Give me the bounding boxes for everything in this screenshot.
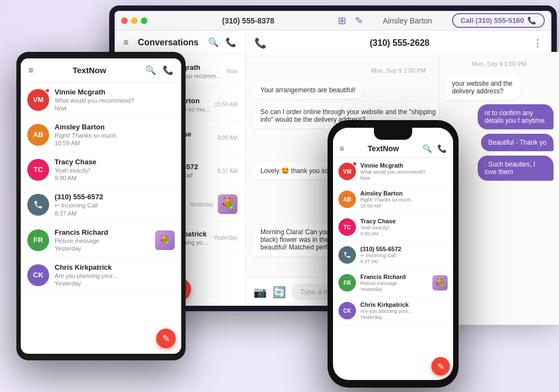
- conversation-info: Vinnie Mcgrath What would you recommend?…: [55, 88, 175, 111]
- conversation-info: (310) 555-6572 ↩ Incoming Call 8:37 AM: [55, 193, 175, 217]
- conversation-info: Francis Richard Picture message Yesterda…: [55, 228, 151, 252]
- list-item[interactable]: (310) 555-6572 ↩ Incoming Call 8:37 AM: [21, 187, 181, 223]
- list-item[interactable]: TC Tracy Chase Yeah exactly! 9:00 AM: [333, 213, 453, 241]
- avatar: [338, 246, 356, 264]
- message-time: 9:00 AM: [217, 135, 237, 141]
- phone-device: ≡ TextNow 🔍 📞 VM Vinnie Mcgrath What wou…: [328, 120, 459, 388]
- message-time-inline: Yesterday: [55, 245, 151, 252]
- contact-name: Chris Kirkpatrick: [55, 263, 175, 271]
- laptop-sidebar-header: ≡ Conversations 🔍 📞: [115, 31, 245, 55]
- flower-emoji: 💐: [221, 197, 235, 211]
- contact-name: Ainsley Barton: [360, 190, 448, 197]
- picture-thumbnail: 💐: [155, 230, 175, 250]
- minimize-traffic-light[interactable]: [131, 17, 138, 24]
- message-time: Now: [360, 175, 448, 181]
- conversation-info: Ainsley Barton Right! Thanks so much. 10…: [360, 190, 448, 209]
- message-preview: Picture message: [55, 237, 151, 244]
- hamburger-icon[interactable]: ≡: [123, 38, 128, 47]
- maximize-traffic-light[interactable]: [141, 17, 147, 24]
- avatar: AB: [338, 191, 356, 208]
- message-preview: ↩ Incoming Call: [360, 253, 448, 258]
- message-time: 8:37 AM: [217, 168, 237, 174]
- message-preview: Right! Thanks so much.: [360, 197, 448, 203]
- conversations-title: Conversations: [128, 38, 208, 47]
- message-time: 10:59 AM: [360, 203, 448, 209]
- flower-emoji: 💐: [159, 235, 170, 245]
- compose-icon[interactable]: ✎: [355, 15, 363, 27]
- phone-grid-icon[interactable]: ⊞: [338, 15, 346, 27]
- conversation-info: Francis Richard Picture message Yesterda…: [360, 274, 429, 292]
- contact-name: Francis Richard: [55, 228, 151, 236]
- tablet-conversation-list: VM Vinnie Mcgrath What would you recomme…: [21, 82, 181, 354]
- more-options-icon[interactable]: ⋮: [533, 37, 543, 49]
- picture-thumbnail: 💐: [432, 275, 448, 290]
- conversation-info: Chris Kirkpatrick Are you planning your.…: [55, 263, 175, 287]
- message-time: Yesterday: [189, 201, 213, 207]
- list-item[interactable]: VM Vinnie Mcgrath What would you recomme…: [333, 158, 453, 186]
- avatar: AB: [27, 124, 49, 146]
- laptop-phone-number: (310) 555-8378: [158, 16, 338, 25]
- message-time: 10:59 AM: [215, 102, 237, 108]
- received-message: your website and the delivery address?: [445, 75, 521, 100]
- chat-phone-number: (310) 555-2628: [266, 38, 533, 48]
- message-date-divider: Mon, Sep 9 1:00 PM: [445, 61, 554, 67]
- list-item[interactable]: FR Francis Richard Picture message Yeste…: [333, 269, 453, 297]
- avatar: [27, 194, 49, 216]
- phone-app-title: TextNow: [344, 144, 423, 153]
- gif-icon[interactable]: 🔄: [272, 286, 286, 299]
- new-call-icon[interactable]: 📞: [225, 37, 236, 47]
- conversation-info: (310) 555-6572 ↩ Incoming Call 8:37 AM: [360, 246, 448, 264]
- phone-fab-button[interactable]: ✎: [431, 357, 450, 376]
- message-time-inline: Yesterday: [55, 280, 175, 287]
- list-item[interactable]: FR Francis Richard Picture message Yeste…: [21, 223, 181, 258]
- list-item[interactable]: (310) 555-6572 ↩ Incoming Call 8:37 AM: [333, 241, 453, 269]
- tablet-app-title: TextNow: [33, 66, 145, 75]
- laptop-call-button[interactable]: Call (310) 555-5160 📞: [452, 13, 545, 28]
- message-preview: What would you recommend?: [55, 97, 175, 104]
- contact-name: Ainsley Barton: [55, 123, 175, 131]
- phone-call-icon[interactable]: 📞: [437, 144, 447, 153]
- call-icon[interactable]: 📞: [254, 37, 266, 49]
- avatar: FR: [338, 274, 356, 292]
- contact-name: Tracy Chase: [55, 158, 175, 166]
- list-item[interactable]: TC Tracy Chase Yeah exactly! 9:00 AM: [21, 152, 181, 187]
- message-preview: Are you planning your...: [360, 308, 448, 314]
- message-preview: Yeah exactly!: [360, 225, 448, 230]
- laptop-contact: Ainsley Barton: [383, 16, 432, 25]
- list-item[interactable]: VM Vinnie Mcgrath What would you recomme…: [21, 82, 181, 117]
- list-item[interactable]: AB Ainsley Barton Right! Thanks so much.…: [333, 186, 453, 213]
- list-item[interactable]: AB Ainsley Barton Right! Thanks so much.…: [21, 117, 181, 152]
- avatar: VM: [27, 89, 49, 111]
- received-message: Your arrangements are beautiful!: [253, 81, 362, 99]
- tablet-header-icons: 🔍 📞: [145, 65, 174, 75]
- list-item[interactable]: CK Chris Kirkpatrick Are you planning yo…: [333, 297, 453, 325]
- message-time: 8:37 AM: [360, 259, 448, 264]
- list-item[interactable]: CK Chris Kirkpatrick Are you planning yo…: [21, 258, 181, 293]
- search-icon[interactable]: 🔍: [208, 37, 219, 47]
- avatar: CK: [338, 302, 356, 319]
- conversation-info: Tracy Chase Yeah exactly! 9:00 AM: [55, 158, 175, 181]
- laptop-header-icons: ⊞ ✎ Ainsley Barton Call (310) 555-5160 📞: [338, 13, 545, 28]
- close-traffic-light[interactable]: [121, 17, 128, 24]
- tablet-call-icon[interactable]: 📞: [163, 65, 174, 75]
- picture-thumbnail: 💐: [218, 194, 237, 214]
- message-time-inline: Now: [55, 105, 175, 111]
- phone-hamburger-icon[interactable]: ≡: [340, 144, 344, 153]
- message-time: Now: [227, 68, 237, 74]
- tablet-search-icon[interactable]: 🔍: [145, 65, 156, 75]
- tablet-hamburger-icon[interactable]: ≡: [28, 66, 33, 75]
- avatar: TC: [27, 159, 49, 181]
- contact-name: Francis Richard: [360, 274, 429, 280]
- message-time: Yesterday: [360, 287, 429, 292]
- message-time-inline: 10:59 AM: [55, 140, 175, 146]
- message-preview: What would you recommend?: [360, 169, 448, 175]
- contact-name: Chris Kirkpatrick: [360, 301, 448, 308]
- call-btn-label: Call (310) 555-5160: [461, 16, 524, 25]
- tablet-screen: ≡ TextNow 🔍 📞 VM Vinnie Mcgrath What wou…: [21, 58, 181, 354]
- contact-name: Tracy Chase: [360, 218, 448, 224]
- camera-icon[interactable]: 📷: [253, 286, 267, 299]
- message-time: 9:00 AM: [360, 231, 448, 236]
- avatar: TC: [338, 218, 356, 236]
- phone-search-icon[interactable]: 🔍: [423, 144, 432, 153]
- tablet-fab-button[interactable]: ✎: [156, 329, 176, 348]
